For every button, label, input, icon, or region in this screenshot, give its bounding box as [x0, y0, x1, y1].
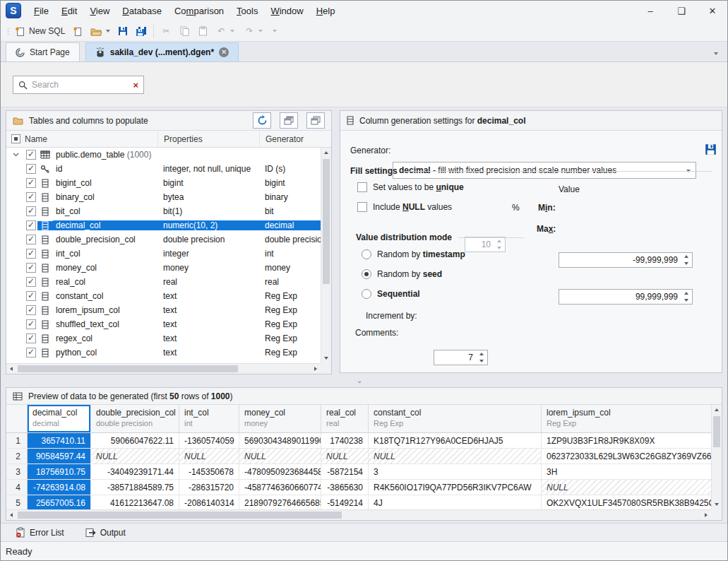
preview-cell-constant_col[interactable]: 4J [369, 495, 542, 510]
row-checkbox[interactable] [26, 178, 36, 188]
column-row-regex_col[interactable]: regex_coltextReg Exp [6, 331, 331, 346]
save-generator-button[interactable] [705, 143, 717, 155]
row-checkbox[interactable] [26, 235, 36, 244]
unique-checkbox[interactable] [357, 182, 367, 192]
row-checkbox[interactable] [26, 206, 36, 216]
preview-cell-double_precision_col[interactable]: NULL [91, 449, 179, 463]
preview-cell-lorem_ipsum_col[interactable]: 1ZP9U3B3F1R8JR9K8X09X [542, 433, 712, 448]
preview-horizontal-scrollbar[interactable] [6, 509, 711, 520]
preview-cell-constant_col[interactable]: 3 [369, 464, 542, 479]
undo-dropdown-icon[interactable] [230, 30, 234, 33]
save-all-button[interactable] [132, 23, 150, 40]
row-checkbox[interactable] [26, 305, 36, 315]
column-row-shuffled_text_col[interactable]: shuffled_text_coltextReg Exp [6, 317, 331, 331]
random-timestamp-radio[interactable] [362, 249, 371, 259]
preview-cell-int_col[interactable]: -1360574059 [179, 433, 239, 448]
row-checkbox[interactable] [26, 150, 36, 160]
column-row-binary_col[interactable]: binary_colbyteabinary [6, 190, 331, 204]
toolbar-overflow-icon[interactable] [273, 30, 277, 33]
row-checkbox[interactable] [26, 192, 36, 202]
preview-cell-lorem_ipsum_col[interactable]: 3H [542, 464, 712, 479]
menu-view[interactable]: View [83, 2, 116, 20]
preview-cell-real_col[interactable]: -5872154 [321, 464, 369, 479]
tab-dgen-document[interactable]: sakila_dev (...ment).dgen* ✕ [85, 42, 239, 61]
table-row-public.demo_table[interactable]: public.demo_table (1000) [6, 148, 331, 162]
column-row-python_col[interactable]: python_coltextReg Exp [6, 346, 331, 360]
tab-list-dropdown-icon[interactable] [714, 52, 718, 55]
preview-cell-double_precision_col[interactable]: 59066047622.11 [91, 433, 179, 448]
include-null-checkbox[interactable] [357, 202, 367, 212]
column-header-properties[interactable]: Properties [157, 131, 259, 147]
preview-cell-money_col[interactable]: NULL [239, 449, 321, 463]
menu-tools[interactable]: Tools [230, 2, 264, 20]
horizontal-splitter[interactable]: ⌄ [0, 375, 728, 386]
error-list-tab[interactable]: Error List [16, 527, 64, 538]
preview-cell-constant_col[interactable]: R4K560IO17I9QA77PD56R3IKV7PC6AW [369, 480, 542, 495]
column-row-bigint_col[interactable]: bigint_colbigintbigint [6, 176, 331, 190]
column-row-decimal_col[interactable]: decimal_colnumeric(10, 2)decimal [6, 218, 331, 232]
row-checkbox[interactable] [26, 319, 36, 329]
preview-cell-constant_col[interactable]: NULL [369, 449, 542, 463]
preview-cell-double_precision_col[interactable]: -34049239171.44 [91, 464, 179, 479]
preview-column-header-money_col[interactable]: money_colmoney [239, 405, 321, 432]
preview-row-number[interactable]: 2 [6, 449, 28, 463]
preview-cell-real_col[interactable]: NULL [321, 449, 369, 463]
column-row-int_col[interactable]: int_colintegerint [6, 247, 331, 261]
preview-cell-double_precision_col[interactable]: -38571884589.75 [91, 480, 179, 495]
copy-button[interactable] [175, 23, 193, 40]
preview-cell-int_col[interactable]: -2086140314 [179, 495, 239, 510]
preview-cell-decimal_col[interactable]: 90584597.44 [28, 449, 91, 463]
close-button[interactable]: ✕ [697, 0, 728, 21]
preview-column-header-real_col[interactable]: real_colreal [321, 405, 369, 432]
preview-cell-money_col[interactable]: 56903043489011990.11 [239, 433, 321, 448]
open-file-button[interactable] [87, 23, 114, 40]
column-row-real_col[interactable]: real_colrealreal [6, 275, 331, 289]
tables-horizontal-scrollbar[interactable] [6, 363, 321, 374]
column-header-name[interactable]: Name [25, 134, 157, 144]
preview-column-header-decimal_col[interactable]: decimal_coldecimal [28, 405, 91, 432]
menu-comparison[interactable]: Comparison [168, 2, 230, 20]
preview-cell-lorem_ipsum_col[interactable]: NULL [542, 480, 712, 495]
random-seed-radio[interactable] [362, 269, 371, 279]
search-input[interactable] [32, 80, 129, 90]
preview-column-header-int_col[interactable]: int_colint [179, 405, 239, 432]
expand-all-button[interactable] [280, 112, 298, 129]
column-row-money_col[interactable]: money_colmoneymoney [6, 261, 331, 275]
collapse-all-button[interactable] [306, 112, 325, 129]
column-row-id[interactable]: idinteger, not null, uniqueID (s) [6, 162, 331, 176]
preview-cell-lorem_ipsum_col[interactable]: OK2XVQX1ULF3457080SR5RBK38B9425ORV70 [542, 495, 712, 510]
tab-close-icon[interactable]: ✕ [219, 47, 229, 57]
preview-cell-money_col[interactable]: -45877463606607747.75 [239, 480, 321, 495]
preview-column-header-double_precision_col[interactable]: double_precision_coldouble precision [91, 405, 179, 432]
preview-cell-constant_col[interactable]: K18TQ71R127Y96A0CED6HJAJ5 [369, 433, 542, 448]
tab-start-page[interactable]: Start Page [6, 42, 80, 61]
column-row-constant_col[interactable]: constant_coltextReg Exp [6, 289, 331, 303]
preview-cell-decimal_col[interactable]: 18756910.75 [28, 464, 91, 479]
row-checkbox[interactable] [26, 348, 36, 358]
column-header-generator[interactable]: Generator [259, 131, 321, 147]
preview-cell-real_col[interactable]: -5149214 [321, 495, 369, 510]
column-row-double_precision_col[interactable]: double_precision_coldouble precisiondoub… [6, 232, 331, 247]
menu-window[interactable]: Window [264, 2, 309, 20]
preview-cell-int_col[interactable]: -286315720 [179, 480, 239, 495]
preview-cell-double_precision_col[interactable]: 41612213647.08 [91, 495, 179, 510]
preview-vertical-scrollbar[interactable] [711, 405, 722, 509]
preview-row-number[interactable]: 4 [6, 480, 28, 495]
preview-cell-decimal_col[interactable]: 25657005.16 [28, 495, 91, 510]
column-row-lorem_ipsum_col[interactable]: lorem_ipsum_coltextReg Exp [6, 303, 331, 317]
row-checkbox[interactable] [26, 333, 36, 343]
row-checkbox[interactable] [26, 220, 36, 230]
preview-cell-int_col[interactable]: NULL [179, 449, 239, 463]
output-tab[interactable]: Output [85, 528, 126, 538]
preview-corner-cell[interactable] [6, 405, 28, 432]
open-file-dropdown-icon[interactable] [106, 30, 110, 33]
toolbar-grip-icon[interactable]: ⋮ [4, 27, 11, 36]
preview-cell-money_col[interactable]: -47809509236844586.44 [239, 464, 321, 479]
expander-icon[interactable] [6, 153, 25, 157]
minimize-button[interactable]: – [635, 0, 666, 21]
preview-row-number[interactable]: 3 [6, 464, 28, 479]
preview-cell-money_col[interactable]: 21890792764665685.08 [239, 495, 321, 510]
preview-row-number[interactable]: 1 [6, 433, 28, 448]
new-document-button[interactable] [68, 23, 87, 40]
row-checkbox[interactable] [26, 263, 36, 273]
